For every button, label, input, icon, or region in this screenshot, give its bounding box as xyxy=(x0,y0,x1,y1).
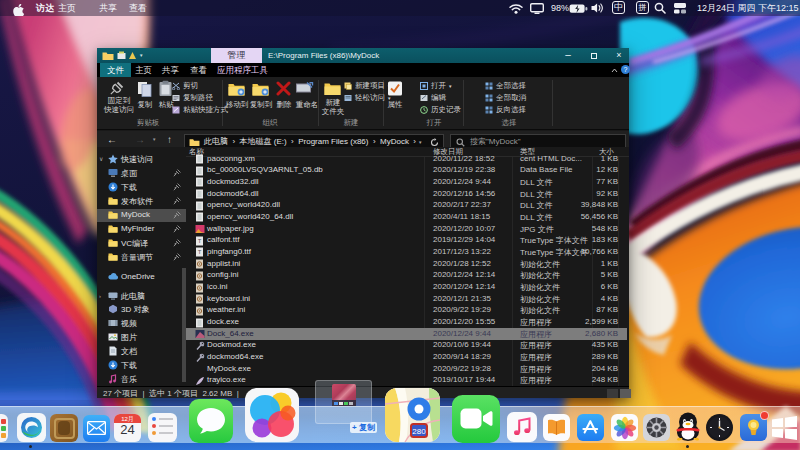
svg-text:280: 280 xyxy=(412,427,426,436)
svg-text:T: T xyxy=(198,238,202,244)
svg-text:T: T xyxy=(198,249,202,255)
